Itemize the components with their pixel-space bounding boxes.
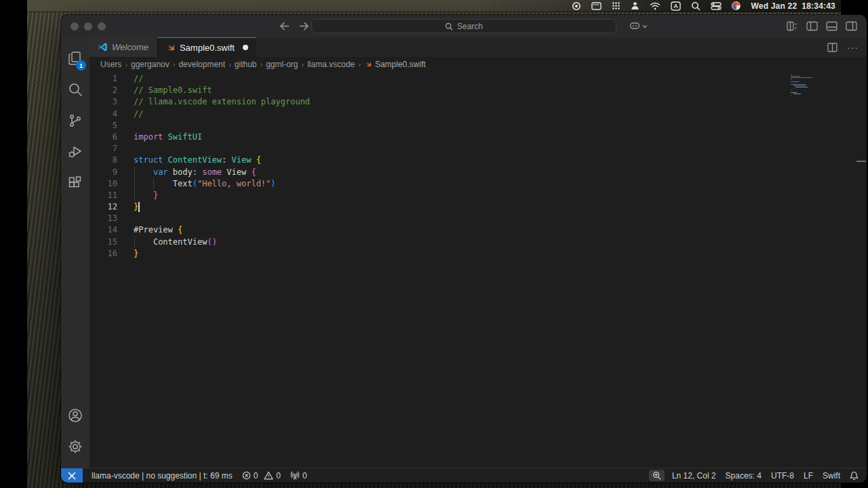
toggle-primary-sidebar-icon[interactable] [806, 21, 818, 31]
line-content: var body: some View { [134, 167, 867, 178]
app-grid-icon[interactable] [612, 1, 620, 10]
source-control-icon[interactable] [61, 105, 90, 136]
toggle-secondary-sidebar-icon[interactable] [846, 21, 857, 31]
code-line[interactable]: 3// llama.vscode extension playground [90, 96, 867, 108]
breadcrumb-item[interactable]: github [235, 60, 257, 69]
toggle-panel-icon[interactable] [826, 21, 837, 31]
clock-app-icon[interactable] [732, 1, 741, 10]
code-line[interactable]: 15 ContentView() [90, 237, 867, 248]
text-cursor [138, 202, 140, 212]
svg-text:A: A [674, 3, 679, 9]
traffic-lights [71, 15, 106, 37]
error-icon [242, 471, 251, 480]
copilot-menu-button[interactable] [629, 15, 648, 37]
command-center-search[interactable]: Search [311, 19, 616, 33]
line-content: // [134, 108, 867, 120]
tab-bar: Welcome Sample0.swift ··· [90, 37, 867, 57]
line-content [134, 213, 867, 224]
line-content: import SwiftUI [134, 131, 867, 143]
spotlight-search-icon[interactable] [691, 1, 701, 11]
llama-vscode-status[interactable]: llama-vscode | no suggestion | t: 69 ms [87, 468, 237, 483]
code-line[interactable]: 9 var body: some View { [90, 167, 867, 178]
line-content: // [134, 73, 867, 85]
minimize-window-button[interactable] [84, 22, 92, 30]
indent-guide [134, 178, 135, 190]
wifi-icon[interactable] [650, 2, 660, 10]
notifications-bell-icon[interactable] [845, 471, 860, 481]
settings-gear-icon[interactable] [61, 431, 90, 462]
code-line[interactable]: 16} [90, 248, 867, 260]
line-content: // Sample0.swift [134, 85, 867, 96]
close-window-button[interactable] [71, 22, 79, 30]
code-line[interactable]: 11 } [90, 190, 867, 201]
account-icon[interactable] [61, 400, 90, 431]
code-line[interactable]: 8struct ContentView: View { [90, 155, 867, 166]
breadcrumb-item[interactable]: Users [100, 60, 121, 69]
user-icon[interactable] [631, 1, 639, 10]
display-icon[interactable] [591, 2, 601, 10]
language-mode-status[interactable]: Swift [818, 471, 845, 481]
breadcrumb-file[interactable]: Sample0.swift [364, 60, 426, 69]
warning-count: 0 [276, 471, 281, 481]
line-content: } [134, 190, 867, 201]
line-number: 14 [90, 224, 134, 236]
code-line[interactable]: 1// [90, 73, 867, 85]
encoding-status[interactable]: UTF-8 [766, 471, 799, 481]
extensions-icon[interactable] [61, 167, 90, 199]
indent-guide [134, 190, 135, 201]
indentation-status[interactable]: Spaces: 4 [721, 471, 766, 481]
run-debug-icon[interactable] [61, 136, 90, 167]
record-indicator-icon[interactable] [572, 1, 581, 11]
line-content: } [134, 248, 867, 260]
line-number: 9 [90, 167, 134, 178]
minimap[interactable] [791, 75, 815, 96]
breadcrumb-separator: › [260, 60, 263, 68]
control-center-icon[interactable] [711, 2, 722, 10]
navigate-forward-icon[interactable] [299, 22, 309, 30]
tab-sample0-swift[interactable]: Sample0.swift [157, 37, 256, 57]
remote-indicator[interactable] [61, 468, 83, 483]
breadcrumb-item[interactable]: ggml-org [266, 60, 298, 69]
line-number: 6 [90, 131, 134, 143]
chevron-down-icon [642, 24, 648, 28]
breadcrumb-item[interactable]: llama.vscode [307, 60, 355, 69]
problems-status[interactable]: 0 0 [237, 468, 285, 483]
screencast-zoom-button[interactable] [649, 470, 665, 481]
activity-bar: 1 [61, 37, 90, 468]
menubar-clock[interactable]: Wed Jan 22 18:34:43 [751, 1, 835, 11]
cursor-position-status[interactable]: Ln 12, Col 2 [667, 471, 721, 481]
code-line[interactable]: 10 Text("Hello, world!") [90, 178, 867, 190]
vscode-logo-icon [98, 42, 108, 52]
code-line[interactable]: 5 [90, 120, 867, 131]
line-number: 2 [90, 85, 134, 96]
line-content: ContentView() [134, 237, 867, 248]
code-line[interactable]: 6import SwiftUI [90, 131, 867, 143]
ports-status[interactable]: 0 [285, 468, 312, 483]
split-editor-icon[interactable] [827, 43, 837, 52]
eol-status[interactable]: LF [799, 471, 818, 481]
navigate-back-icon[interactable] [279, 22, 290, 30]
overview-ruler-marker [856, 161, 866, 162]
editor-more-actions-icon[interactable]: ··· [847, 42, 859, 53]
unsaved-changes-dot[interactable] [243, 45, 248, 50]
code-line[interactable]: 13 [90, 213, 867, 224]
breadcrumb-item[interactable]: development [178, 60, 225, 69]
code-line[interactable]: 4// [90, 108, 867, 120]
window-titlebar[interactable]: Search [61, 15, 867, 37]
customize-layout-icon[interactable] [787, 21, 798, 31]
breadcrumb-separator: › [358, 60, 361, 68]
breadcrumb[interactable]: Users›ggerganov›development›github›ggml-… [90, 57, 867, 72]
zoom-window-button[interactable] [98, 22, 106, 30]
code-line[interactable]: 14#Preview { [90, 224, 867, 236]
input-source-a-icon[interactable]: A [671, 1, 681, 11]
code-line[interactable]: 2// Sample0.swift [90, 85, 867, 96]
code-line[interactable]: 12} [90, 201, 867, 213]
tab-welcome-label: Welcome [112, 42, 149, 52]
explorer-icon[interactable]: 1 [61, 43, 90, 74]
code-line[interactable]: 7 [90, 143, 867, 155]
macos-menubar: A Wed Jan 22 18:34:43 [27, 0, 841, 12]
tab-welcome[interactable]: Welcome [90, 37, 157, 57]
search-sidebar-icon[interactable] [61, 74, 90, 105]
breadcrumb-item[interactable]: ggerganov [131, 60, 170, 69]
code-editor[interactable]: 1//2// Sample0.swift3// llama.vscode ext… [90, 72, 867, 468]
